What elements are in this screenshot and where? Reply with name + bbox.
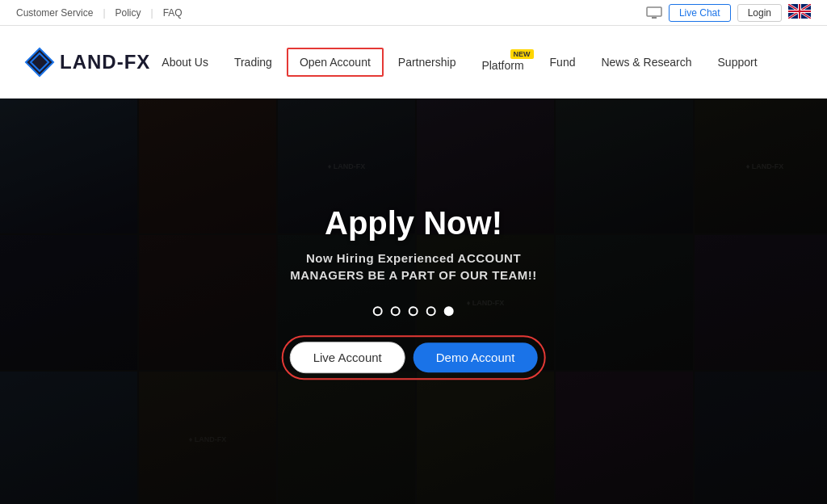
logo[interactable]: LAND-FX <box>24 47 150 78</box>
faq-link[interactable]: FAQ <box>163 7 183 19</box>
hero-content: Apply Now! Now Hiring Experienced ACCOUN… <box>282 205 546 380</box>
cta-wrapper: Live Account Demo Account <box>282 335 546 380</box>
dot-4[interactable] <box>426 306 436 316</box>
svg-rect-0 <box>647 7 661 16</box>
nav-partnership[interactable]: Partnership <box>387 49 468 75</box>
hero-subtitle: Now Hiring Experienced ACCOUNT <box>282 251 546 265</box>
policy-link[interactable]: Policy <box>115 7 141 19</box>
cta-buttons: Live Account Demo Account <box>290 342 538 373</box>
sep2: | <box>151 7 153 19</box>
top-bar: Customer Service | Policy | FAQ Live Cha… <box>0 0 827 26</box>
hero-dots <box>282 306 546 316</box>
hero-subtitle2: MANAGERS BE A PART OF OUR TEAM!! <box>282 268 546 282</box>
nav-about-us[interactable]: About Us <box>150 49 220 75</box>
live-chat-button[interactable]: Live Chat <box>669 4 731 22</box>
nav-platform[interactable]: NEW Platform <box>470 46 535 78</box>
nav-fund[interactable]: Fund <box>539 49 587 75</box>
platform-badge-new: NEW <box>510 49 534 59</box>
language-flag[interactable] <box>788 4 811 21</box>
dot-3[interactable] <box>409 306 418 316</box>
login-button[interactable]: Login <box>737 4 782 22</box>
nav-links: About Us Trading Open Account Partnershi… <box>150 46 768 78</box>
nav-trading[interactable]: Trading <box>223 49 283 75</box>
monitor-icon <box>646 6 662 19</box>
dot-2[interactable] <box>391 306 401 316</box>
nav-open-account[interactable]: Open Account <box>287 48 384 77</box>
svg-rect-1 <box>652 17 657 19</box>
customer-service-link[interactable]: Customer Service <box>16 7 93 19</box>
logo-diamond-icon <box>24 47 55 78</box>
nav-news-research[interactable]: News & Research <box>590 49 703 75</box>
top-bar-left: Customer Service | Policy | FAQ <box>16 7 183 19</box>
hero-title: Apply Now! <box>282 205 546 242</box>
nav-support[interactable]: Support <box>707 49 769 75</box>
logo-text: LAND-FX <box>60 51 150 74</box>
live-account-button[interactable]: Live Account <box>290 342 405 373</box>
dot-1[interactable] <box>373 306 383 316</box>
svg-rect-10 <box>799 4 800 19</box>
top-bar-right: Live Chat Login <box>646 4 811 22</box>
dot-5[interactable] <box>444 306 454 316</box>
sep1: | <box>103 7 105 19</box>
demo-account-button[interactable]: Demo Account <box>414 342 538 372</box>
navbar: LAND-FX About Us Trading Open Account Pa… <box>0 26 827 99</box>
hero-section: ♦ LAND-FX ♦ LAND-FX ♦ LAND-FX ♦ LAND-FX … <box>0 99 827 504</box>
